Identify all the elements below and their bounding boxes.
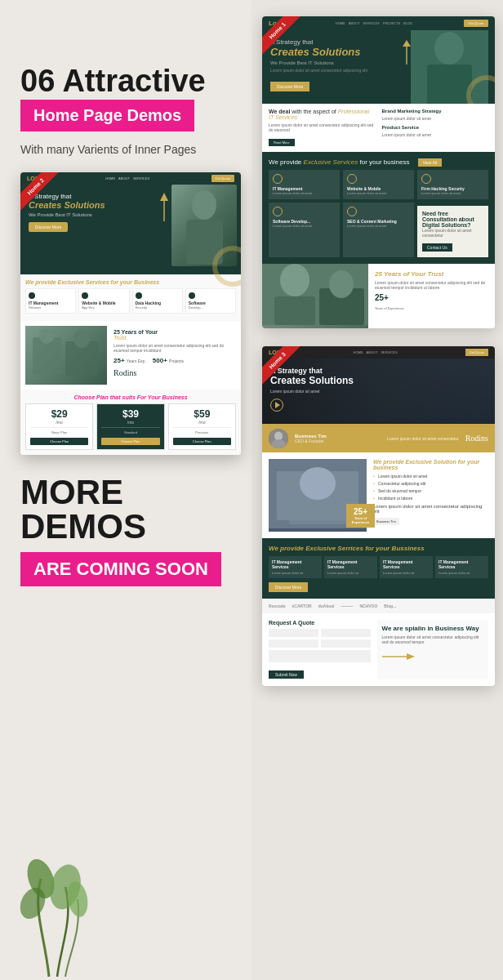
home3-nav-links: HOME ABOUT SERVICES bbox=[354, 350, 398, 354]
home2-services-title: We provide Exclusive Services for your B… bbox=[25, 279, 236, 285]
logo-3: duAkual bbox=[318, 604, 335, 608]
service-item-security: Data Hacking Security bbox=[132, 288, 183, 314]
home2-trust-content: 25 Years of Your Trust Lorem ipsum dolor… bbox=[110, 326, 236, 385]
home1-we-deal: We deal with the aspect of Professional … bbox=[262, 104, 495, 152]
pricing-title: Choose Plan that suits For Your Business bbox=[25, 394, 236, 400]
form-name-input[interactable] bbox=[269, 629, 318, 637]
price-card-standard-btn[interactable]: Choose Plan bbox=[101, 438, 159, 445]
home3-preview-container: Home 3 LOGO HOME ABOUT SERVICES Get Quot… bbox=[254, 333, 503, 691]
price-card-premium: $59 /mo Premium Choose Plan bbox=[168, 403, 236, 450]
home3-ribbon: Home 3 bbox=[262, 346, 301, 385]
service-dev-icon bbox=[273, 207, 283, 216]
home1-preview[interactable]: Home 1 Logo HOME ABOUT SERVICES PROJECTS… bbox=[262, 16, 495, 328]
pricing-cards: $29 /mo Basic Plan Choose Plan $39 /mo S… bbox=[25, 403, 236, 450]
service-firm-hacking: Firm Hacking Security Lorem ipsum dolor … bbox=[417, 170, 488, 199]
home1-trust-image bbox=[262, 264, 368, 328]
home3-services-row: IT Management Services Lorem ipsum dolor… bbox=[269, 556, 488, 578]
play-icon bbox=[275, 402, 280, 408]
left-panel: 06 Attractive Home Page Demos With many … bbox=[0, 0, 252, 980]
home1-dark-services: We provide Exclusive Services for your b… bbox=[262, 152, 495, 264]
home3-preview[interactable]: Home 3 LOGO HOME ABOUT SERVICES Get Quot… bbox=[262, 346, 495, 686]
price-card-basic-btn[interactable]: Choose Plan bbox=[30, 438, 88, 445]
trust-people-svg bbox=[29, 329, 106, 378]
home3-avatar bbox=[269, 429, 288, 448]
logo-6: Blag... bbox=[384, 604, 396, 608]
service-seo-icon bbox=[347, 207, 357, 216]
home2-ribbon: Home 2 bbox=[20, 172, 60, 211]
service-seo: SEO & Content Marketing Lorem ipsum dolo… bbox=[343, 203, 414, 257]
form-submit-btn[interactable]: Submit Now bbox=[269, 670, 304, 679]
home2-hero-btn[interactable]: Discover More bbox=[29, 222, 68, 232]
price-card-premium-btn[interactable]: Choose Plan bbox=[173, 438, 231, 445]
section-number: 06 Attractive bbox=[20, 65, 231, 96]
svg-point-7 bbox=[73, 330, 90, 348]
service-item-software: Software Develop... bbox=[185, 288, 236, 314]
home3-service-3: IT Management Services Lorem ipsum dolor… bbox=[380, 556, 433, 578]
home1-ribbon: Home 1 bbox=[262, 16, 301, 55]
solution-tags: Business Tim bbox=[373, 518, 488, 525]
service-item-mobile: Website & Mobile App Dev. bbox=[78, 288, 129, 314]
plant-svg bbox=[8, 813, 171, 977]
home1-hero-btn[interactable]: Discover More bbox=[270, 82, 309, 91]
home2-pricing-section: Choose Plan that suits For Your Business… bbox=[20, 390, 241, 455]
home3-service-1: IT Management Services Lorem ipsum dolor… bbox=[269, 556, 322, 578]
service-web-icon bbox=[347, 174, 357, 184]
more-demos-section: MORE DEMOS ARE COMING SOON bbox=[20, 475, 231, 586]
home3-nav-btn[interactable]: Get Quote bbox=[465, 349, 488, 356]
logo-4: ——— bbox=[341, 604, 353, 608]
home3-solution-content: We provide Exclusive Solution for your b… bbox=[373, 459, 488, 532]
service-item-it: IT Management Services bbox=[25, 288, 76, 314]
home1-preview-container: Home 1 Logo HOME ABOUT SERVICES PROJECTS… bbox=[254, 0, 503, 333]
dark-services-btn[interactable]: View All bbox=[418, 158, 442, 167]
home3-signature: Rodins bbox=[465, 434, 488, 443]
form-row-1 bbox=[269, 629, 371, 637]
arrow-decoration bbox=[157, 193, 171, 221]
home2-thumbnail[interactable]: Home 2 LOGO HOME ABOUT SERVICES Get Quot… bbox=[20, 172, 241, 455]
service-icon-mobile bbox=[82, 292, 88, 299]
play-button[interactable] bbox=[270, 399, 283, 412]
svg-marker-16 bbox=[403, 40, 411, 47]
svg-point-0 bbox=[192, 190, 216, 220]
home1-services-grid: IT Management Lorem ipsum dolor sit amet… bbox=[269, 170, 488, 257]
svg-point-23 bbox=[274, 431, 283, 440]
plant-decoration bbox=[8, 813, 171, 980]
home3-service-2: IT Management Services Lorem ipsum dolor… bbox=[324, 556, 377, 578]
gold-strip-text: Business Tim CEO & Founder bbox=[295, 434, 327, 443]
quote-section: Request A Quote Submit Now We are spiali… bbox=[262, 613, 495, 686]
service-it-mgmt: IT Management Lorem ipsum dolor sit amet bbox=[269, 170, 340, 199]
service-icon-software bbox=[189, 292, 195, 299]
form-email-input[interactable] bbox=[321, 629, 371, 637]
home1-nav-btn[interactable]: Get Quote bbox=[464, 20, 488, 27]
form-message-input[interactable] bbox=[269, 650, 371, 662]
right-panel: Home 1 Logo HOME ABOUT SERVICES PROJECTS… bbox=[254, 0, 503, 980]
home2-stats: 25+ Years Exp. 500+ Projects bbox=[114, 357, 233, 364]
home2-services-row: IT Management Services Website & Mobile … bbox=[25, 288, 236, 314]
subtitle: With many Varients of Inner Pages bbox=[20, 143, 231, 156]
logos-strip: Rascada sCARTOR duAkual ——— NCHVOO Blag.… bbox=[262, 599, 495, 613]
service-web-mobile: Website & Mobile Lorem ipsum dolor sit a… bbox=[343, 170, 414, 199]
years-badge: 25+ Team of Experience bbox=[346, 504, 375, 528]
svg-point-13 bbox=[434, 32, 464, 65]
home3-solution-image: 25+ Team of Experience bbox=[269, 459, 367, 532]
service-icon-it bbox=[29, 292, 35, 299]
svg-marker-3 bbox=[160, 193, 168, 201]
more-demos-title: MORE DEMOS bbox=[20, 475, 231, 544]
home3-discover-btn[interactable]: Discover More bbox=[269, 582, 308, 592]
home3-ribbon-wrap: Home 3 bbox=[262, 346, 307, 391]
home1-trust-section: 25 Years of Your Trust Lorem ipsum dolor… bbox=[262, 264, 495, 328]
home3-service-4: IT Management Services Lorem ipsum dolor… bbox=[435, 556, 488, 578]
svg-rect-14 bbox=[427, 65, 472, 104]
home1-ribbon-wrap: Home 1 bbox=[262, 16, 307, 61]
home2-nav-btn[interactable]: Get Quote bbox=[211, 175, 234, 182]
home3-solution-section: 25+ Team of Experience We provide Exclus… bbox=[262, 452, 495, 538]
home1-read-more-btn[interactable]: Read More bbox=[269, 139, 295, 146]
service-it-icon bbox=[273, 174, 283, 184]
quote-form: Request A Quote Submit Now bbox=[269, 620, 371, 679]
form-service-input[interactable] bbox=[321, 639, 371, 648]
form-phone-input[interactable] bbox=[269, 639, 318, 648]
home1-trust-content: 25 Years of Your Trust Lorem ipsum dolor… bbox=[368, 264, 495, 328]
consultation-btn[interactable]: Contact Us bbox=[422, 243, 452, 252]
service-icon-security bbox=[136, 292, 142, 299]
price-card-standard: $39 /mo Standard Choose Plan bbox=[96, 403, 164, 450]
svg-marker-30 bbox=[407, 653, 415, 660]
